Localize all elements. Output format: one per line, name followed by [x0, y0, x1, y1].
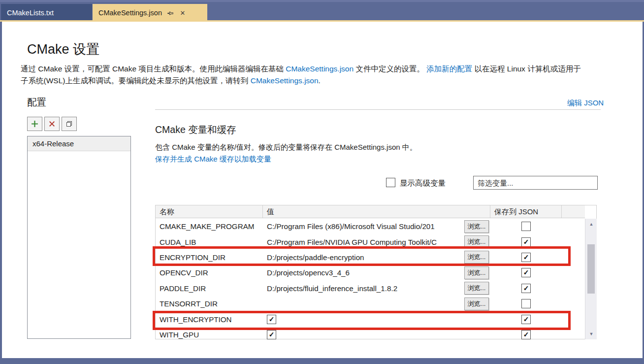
- table-header-row: 名称 值 保存到 JSON: [156, 205, 585, 218]
- desc-text: 子系统(WSL)上生成和调试。要编辑此处未显示的其他设置，请转到: [21, 76, 251, 85]
- variable-name: ENCRYPTION_DIR: [156, 253, 263, 262]
- variable-value-cell: D:/projects/opencv3_4_6浏览...: [263, 265, 490, 280]
- browse-button[interactable]: 浏览...: [464, 251, 489, 264]
- page-description-line2: 子系统(WSL)上生成和调试。要编辑此处未显示的其他设置，请转到 CMakeSe…: [21, 75, 642, 86]
- table-row: WITH_ENCRYPTION: [156, 311, 585, 327]
- variables-heading: CMake 变量和缓存: [155, 123, 236, 136]
- duplicate-icon: [65, 120, 73, 128]
- save-to-json-checkbox[interactable]: [521, 284, 531, 293]
- plus-icon: [31, 120, 38, 128]
- configuration-list-item[interactable]: x64-Release: [28, 136, 130, 151]
- variable-value[interactable]: D:/projects/opencv3_4_6: [267, 268, 463, 277]
- value-checkbox[interactable]: [267, 330, 276, 339]
- edit-json-link[interactable]: 编辑 JSON: [567, 99, 604, 108]
- table-row: TENSORRT_DIR浏览...: [156, 296, 585, 311]
- cmakesettings-json-link[interactable]: CMakeSettings.json: [251, 76, 319, 85]
- delete-x-icon: [49, 121, 55, 127]
- save-and-generate-link[interactable]: 保存并生成 CMake 缓存以加载变量: [155, 155, 271, 164]
- variables-description: 包含 CMake 变量的名称/值对。修改后的变量将保存在 CMakeSettin…: [155, 143, 417, 152]
- browse-button[interactable]: 浏览...: [464, 266, 489, 279]
- browse-button[interactable]: 浏览...: [464, 235, 489, 248]
- column-header-value: 值: [263, 205, 490, 218]
- save-to-json-checkbox[interactable]: [521, 299, 531, 308]
- save-to-json-checkbox[interactable]: [521, 222, 531, 231]
- save-to-json-cell: [490, 284, 562, 293]
- desc-text: 以在远程 Linux 计算机或适用于: [472, 65, 580, 73]
- variable-value-cell: [263, 327, 490, 339]
- desc-text: 文件中定义的设置。: [354, 65, 426, 73]
- scroll-up-icon[interactable]: ▲: [585, 220, 597, 229]
- save-to-json-checkbox[interactable]: [521, 315, 531, 324]
- save-to-json-cell: [490, 299, 562, 308]
- filter-variables-input[interactable]: [473, 176, 598, 190]
- desc-text: .: [319, 76, 321, 85]
- variable-value-cell: D:/projects/paddle-encryption浏览...: [263, 250, 490, 265]
- variable-value-cell: [263, 311, 490, 327]
- save-to-json-cell: [490, 268, 562, 277]
- variable-name: PADDLE_DIR: [156, 284, 263, 293]
- variable-value-cell: D:/projects/fluid_inference_install_1.8.…: [263, 281, 490, 296]
- table-body: CMAKE_MAKE_PROGRAMC:/Program Files (x86)…: [156, 219, 585, 339]
- tab-cmakelists[interactable]: CMakeLists.txt: [1, 4, 92, 22]
- cmakesettings-json-link[interactable]: CMakeSettings.json: [286, 65, 354, 73]
- remove-configuration-button[interactable]: [44, 117, 60, 131]
- cmake-settings-editor: CMake 设置 通过 CMake 设置，可配置 CMake 项目生成和版本。使…: [2, 22, 643, 358]
- column-header-extra: [562, 205, 585, 218]
- browse-button[interactable]: 浏览...: [464, 220, 489, 233]
- table-row: WITH_GPU: [156, 327, 585, 339]
- table-row: ENCRYPTION_DIRD:/projects/paddle-encrypt…: [156, 250, 585, 265]
- variable-value-cell: 浏览...: [263, 296, 490, 311]
- table-row: CUDA_LIBC:/Program Files/NVIDIA GPU Comp…: [156, 234, 585, 249]
- variables-table: 名称 值 保存到 JSON CMAKE_MAKE_PROGRAMC:/Progr…: [155, 205, 597, 339]
- variable-name: CMAKE_MAKE_PROGRAM: [156, 222, 263, 231]
- variable-value-cell: C:/Program Files (x86)/Microsoft Visual …: [263, 219, 490, 234]
- save-to-json-cell: [490, 315, 562, 324]
- variable-value[interactable]: D:/projects/paddle-encryption: [267, 253, 463, 262]
- variable-name: TENSORRT_DIR: [156, 299, 263, 308]
- browse-button[interactable]: 浏览...: [464, 298, 489, 310]
- show-advanced-label: 显示高级变量: [400, 178, 446, 189]
- desc-text: 通过 CMake 设置，可配置 CMake 项目生成和版本。使用此编辑器编辑在基…: [21, 65, 286, 73]
- save-to-json-cell: [490, 330, 562, 339]
- save-to-json-checkbox[interactable]: [521, 237, 531, 247]
- save-to-json-cell: [490, 237, 562, 247]
- table-row: CMAKE_MAKE_PROGRAMC:/Program Files (x86)…: [156, 219, 585, 234]
- save-to-json-checkbox[interactable]: [521, 330, 531, 339]
- save-to-json-checkbox[interactable]: [521, 253, 531, 262]
- add-configuration-button[interactable]: [27, 117, 42, 131]
- column-header-save-to-json: 保存到 JSON: [490, 205, 562, 218]
- column-header-name: 名称: [156, 205, 263, 218]
- variable-value[interactable]: C:/Program Files/NVIDIA GPU Computing To…: [267, 238, 463, 246]
- variable-name: OPENCV_DIR: [156, 268, 263, 277]
- table-row: PADDLE_DIRD:/projects/fluid_inference_in…: [156, 281, 585, 296]
- scrollbar-thumb[interactable]: [587, 244, 595, 294]
- variable-value[interactable]: C:/Program Files (x86)/Microsoft Visual …: [267, 222, 463, 231]
- save-to-json-checkbox[interactable]: [521, 268, 531, 277]
- configuration-list: x64-Release: [27, 136, 131, 339]
- value-checkbox[interactable]: [267, 315, 276, 324]
- duplicate-configuration-button[interactable]: [62, 117, 77, 131]
- save-to-json-cell: [490, 253, 562, 262]
- variable-name: WITH_ENCRYPTION: [156, 315, 263, 324]
- configurations-heading: 配置: [27, 96, 46, 109]
- tab-label: CMakeSettings.json: [98, 4, 162, 22]
- editor-tab-bar: CMakeLists.txt CMakeSettings.json ✕: [0, 0, 644, 20]
- page-title: CMake 设置: [27, 40, 99, 58]
- add-new-configuration-link[interactable]: 添加新的配置: [426, 65, 472, 73]
- variable-name: WITH_GPU: [156, 331, 263, 339]
- pin-icon[interactable]: [166, 9, 174, 17]
- page-description-line1: 通过 CMake 设置，可配置 CMake 项目生成和版本。使用此编辑器编辑在基…: [21, 63, 642, 74]
- show-advanced-checkbox[interactable]: [386, 178, 395, 187]
- variable-value[interactable]: D:/projects/fluid_inference_install_1.8.…: [267, 284, 463, 293]
- configuration-toolbar: [27, 117, 77, 131]
- variable-value-cell: C:/Program Files/NVIDIA GPU Computing To…: [263, 234, 490, 249]
- save-to-json-cell: [490, 222, 562, 231]
- tab-cmakesettings[interactable]: CMakeSettings.json ✕: [93, 4, 207, 22]
- close-icon[interactable]: ✕: [179, 9, 187, 17]
- browse-button[interactable]: 浏览...: [464, 282, 489, 295]
- variable-name: CUDA_LIB: [156, 238, 263, 246]
- table-scrollbar[interactable]: ▲ ▼: [585, 219, 597, 339]
- table-row: OPENCV_DIRD:/projects/opencv3_4_6浏览...: [156, 265, 585, 280]
- section-divider: [155, 109, 601, 110]
- scroll-down-icon[interactable]: ▼: [585, 330, 597, 338]
